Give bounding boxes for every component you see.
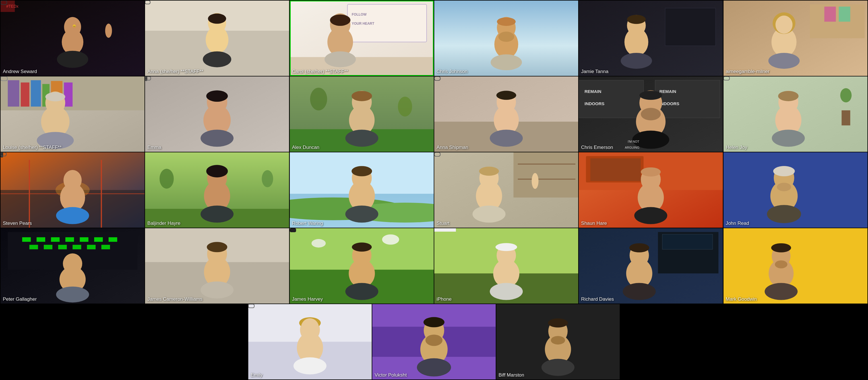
label-james-h: James Harvey xyxy=(292,296,323,302)
svg-point-213 xyxy=(495,243,517,251)
svg-point-78 xyxy=(398,97,412,117)
svg-text:I'M NOT: I'M NOT xyxy=(628,140,639,143)
tile-peter[interactable]: Peter Gallagher xyxy=(1,228,145,304)
video-call-grid: #TEDx 😄 Andrew Seward xyxy=(0,0,868,380)
label-stuart: Stuart xyxy=(437,221,450,226)
row-3: Steven Pears xyxy=(1,152,867,228)
label-victor: Victor Poluksht xyxy=(375,372,407,378)
tile-shaun[interactable]: Shaun Hare xyxy=(579,152,723,228)
svg-rect-46 xyxy=(824,6,836,22)
svg-rect-175 xyxy=(51,237,59,242)
tile-jamie[interactable]: Jamie Tanna xyxy=(579,1,723,76)
tile-baljinder[interactable]: Baljinder Hayre xyxy=(145,152,289,228)
tile-iphone[interactable]: iPhone xyxy=(434,228,578,304)
label-steven: Steven Pears xyxy=(3,221,32,226)
svg-point-207 xyxy=(345,283,378,300)
svg-point-255 xyxy=(548,318,568,327)
svg-text:INDOORS: INDOORS xyxy=(659,101,679,106)
svg-text:REMAIN: REMAIN xyxy=(659,89,676,94)
svg-point-229 xyxy=(771,243,791,252)
svg-point-135 xyxy=(200,205,234,223)
tile-alex[interactable]: Alex Duncan xyxy=(290,76,434,152)
label-anna-s: Anna Shipman xyxy=(437,145,468,150)
svg-point-256 xyxy=(541,359,575,376)
svg-point-43 xyxy=(621,53,652,69)
svg-text:YOUR HEART: YOUR HEART xyxy=(351,22,374,26)
svg-point-130 xyxy=(262,170,273,187)
svg-point-168 xyxy=(773,166,795,176)
label-chris-e: Chris Emerson xyxy=(581,145,613,150)
svg-point-194 xyxy=(207,242,227,252)
svg-point-107 xyxy=(840,88,851,102)
row-4: Peter Gallagher J xyxy=(1,228,867,304)
tile-biff[interactable]: Biff Marston xyxy=(496,304,620,379)
label-john: John Read xyxy=(726,221,749,226)
svg-point-199 xyxy=(311,239,326,248)
svg-rect-182 xyxy=(58,245,67,249)
tile-james-harvey[interactable]: James Harvey xyxy=(290,228,434,304)
svg-point-142 xyxy=(351,166,372,176)
svg-rect-108 xyxy=(842,110,850,125)
svg-point-188 xyxy=(56,286,89,303)
svg-rect-147 xyxy=(518,179,576,180)
label-louise: Louise (she/her) **STAFF** xyxy=(3,145,62,150)
svg-point-247 xyxy=(426,335,442,346)
tile-victor[interactable]: Victor Poluksht xyxy=(372,304,496,379)
label-iphone: iPhone xyxy=(437,296,452,302)
spacer-right-2 xyxy=(744,304,867,379)
svg-point-222 xyxy=(623,283,656,300)
tile-aimee[interactable]: aimeegamble-milner xyxy=(723,1,867,76)
tile-richard[interactable]: Richard Davies xyxy=(579,228,723,304)
label-james-c: James Cameron-Williams xyxy=(147,296,203,302)
svg-point-195 xyxy=(200,281,234,298)
svg-rect-96 xyxy=(655,80,720,118)
svg-point-162 xyxy=(634,207,667,224)
label-peter: Peter Gallagher xyxy=(3,296,37,302)
svg-point-37 xyxy=(491,54,522,70)
tile-chris-johnson[interactable]: Chris Johnson xyxy=(434,1,578,76)
label-emma: Emma xyxy=(147,145,161,150)
svg-point-122 xyxy=(63,170,82,190)
label-chris-j: Chris Johnson xyxy=(437,69,468,74)
tile-anna-shipman[interactable]: Anna Shipman xyxy=(434,76,578,152)
tile-john[interactable]: John Read xyxy=(723,152,867,228)
label-baljinder: Baljinder Hayre xyxy=(147,221,180,226)
tile-carol[interactable]: FOLLOW YOUR HEART Carol (she/her) **STAF… xyxy=(290,1,434,76)
svg-rect-183 xyxy=(72,245,81,249)
svg-text:FOLLOW: FOLLOW xyxy=(351,12,367,17)
label-mark: Mark Goodwin xyxy=(726,296,757,302)
svg-point-249 xyxy=(417,358,451,377)
svg-rect-174 xyxy=(37,237,45,242)
svg-point-65 xyxy=(45,92,65,101)
label-aimee: aimeegamble-milner xyxy=(726,69,770,74)
svg-point-70 xyxy=(206,90,228,102)
spacer-left-1 xyxy=(1,304,124,379)
svg-rect-177 xyxy=(80,237,88,242)
tile-robert[interactable]: Robert Waring xyxy=(290,152,434,228)
svg-point-152 xyxy=(479,166,499,176)
tile-james-cameron[interactable]: James Cameron-Williams xyxy=(145,228,289,304)
tile-steven-pears[interactable]: Steven Pears xyxy=(1,152,145,228)
tile-stuart[interactable]: Stuart xyxy=(434,152,578,228)
svg-point-91 xyxy=(490,130,523,147)
tile-emily[interactable]: Emily xyxy=(248,304,372,379)
svg-rect-204 xyxy=(290,228,296,232)
svg-point-134 xyxy=(206,165,228,177)
tile-andrew[interactable]: #TEDx 😄 Andrew Seward xyxy=(1,1,145,76)
svg-rect-178 xyxy=(94,237,103,242)
row-2: Louise (she/her) **STAFF** xyxy=(1,76,867,152)
label-jamie: Jamie Tanna xyxy=(581,69,608,74)
tile-chris-emerson[interactable]: REMAIN INDOORS REMAIN INDOORS I'M NOT AR xyxy=(579,76,723,152)
tile-helen[interactable]: Helen Joy xyxy=(723,76,867,152)
tile-emma[interactable]: Emma xyxy=(145,76,289,152)
svg-rect-47 xyxy=(839,6,850,22)
svg-point-231 xyxy=(765,283,798,300)
label-shaun: Shaun Hare xyxy=(581,221,607,226)
svg-text:REMAIN: REMAIN xyxy=(585,89,601,94)
tile-mark[interactable]: Mark Goodwin xyxy=(723,228,867,304)
tile-louise[interactable]: Louise (she/her) **STAFF** xyxy=(1,76,145,152)
tile-anna[interactable]: Anna (she/her) **STAFF** xyxy=(145,1,289,76)
label-emily: Emily xyxy=(251,372,262,378)
svg-rect-176 xyxy=(65,237,74,242)
svg-point-238 xyxy=(301,318,319,338)
